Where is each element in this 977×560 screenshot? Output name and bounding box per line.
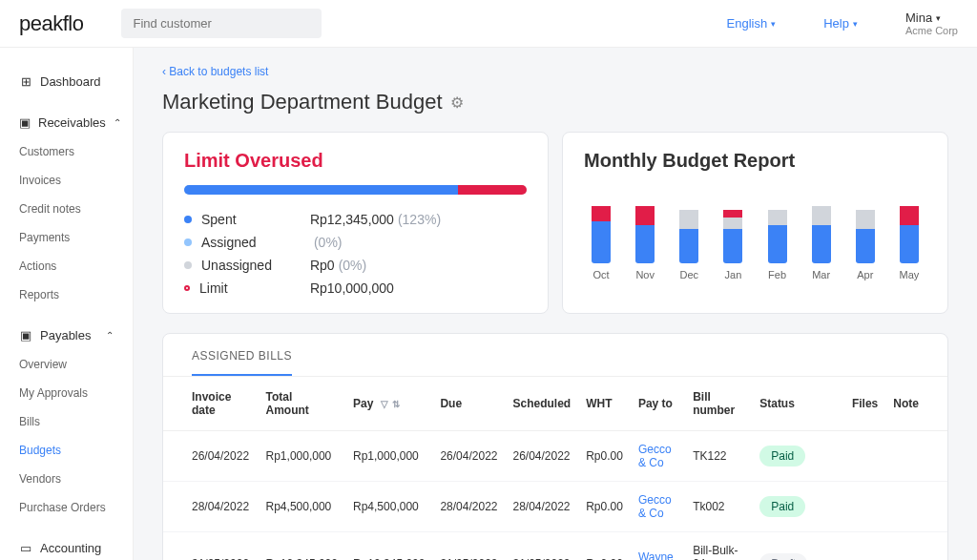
sidebar-item-invoices[interactable]: Invoices: [0, 166, 133, 195]
pay-to-link[interactable]: Gecco & Co: [631, 482, 685, 532]
table-row[interactable]: 28/04/2022Rp4,500,000Rp4,500,00028/04/20…: [163, 482, 947, 532]
chevron-up-icon: ⌃: [106, 330, 114, 341]
progress-over: [458, 185, 527, 195]
bar-col: Nov: [628, 187, 662, 280]
bar-label: Jan: [725, 269, 742, 280]
bar-seg: [900, 225, 919, 263]
bar-seg: [768, 225, 787, 263]
sidebar-item-customers[interactable]: Customers: [0, 137, 133, 166]
sidebar-item-payments[interactable]: Payments: [0, 223, 133, 252]
bar-seg: [679, 210, 698, 229]
th-pay-to[interactable]: Pay to: [631, 377, 685, 431]
th-files[interactable]: Files: [844, 377, 885, 431]
sidebar-item-purchase-orders[interactable]: Purchase Orders: [0, 493, 133, 522]
chevron-down-icon: ▾: [853, 19, 858, 29]
bar-col: Feb: [760, 187, 795, 280]
chart-card: Monthly Budget Report OctNovDecJanFebMar…: [562, 132, 948, 314]
chart-title: Monthly Budget Report: [584, 150, 926, 172]
sidebar-item-my-approvals[interactable]: My Approvals: [0, 379, 133, 407]
limit-card-title: Limit Overused: [184, 150, 527, 172]
th-bill-number[interactable]: Bill number: [685, 377, 752, 431]
language-selector[interactable]: English ▾: [727, 16, 777, 31]
limit-card: Limit Overused Spent Assigned Unassigned…: [162, 132, 549, 314]
language-label: English: [727, 16, 768, 31]
back-link[interactable]: ‹ Back to budgets list: [162, 65, 948, 78]
pay-to-link[interactable]: Gecco & Co: [631, 431, 685, 482]
bar-chart: OctNovDecJanFebMarAprMay: [584, 185, 926, 280]
chevron-down-icon: ▾: [936, 13, 941, 23]
sidebar-section-receivables[interactable]: ▣ Receivables ⌃: [0, 108, 133, 137]
bar-stack: [635, 187, 655, 263]
filter-icon: ▽: [381, 399, 388, 409]
chevron-up-icon: ⌃: [114, 117, 121, 128]
help-link[interactable]: Help ▾: [823, 16, 858, 31]
tab-assigned-bills[interactable]: ASSIGNED BILLS: [192, 349, 292, 376]
th-status[interactable]: Status: [752, 377, 844, 431]
bar-seg: [635, 206, 655, 225]
bar-stack: [592, 187, 611, 263]
bills-table: Invoice date Total Amount Pay ▽⇅ Due Sch…: [163, 377, 947, 560]
bar-label: Feb: [768, 269, 786, 280]
th-due[interactable]: Due: [432, 377, 505, 431]
th-total-amount[interactable]: Total Amount: [259, 377, 345, 431]
bar-col: Mar: [804, 187, 839, 280]
sidebar-item-budgets[interactable]: Budgets: [0, 436, 133, 465]
table-row[interactable]: 31/05/2022Rp12,345,000Rp12,345,00031/05/…: [163, 532, 947, 561]
sidebar-item-dashboard[interactable]: ⊞ Dashboard: [0, 67, 133, 96]
status-badge: Paid: [759, 446, 805, 467]
bar-seg: [723, 218, 742, 229]
bar-stack: [856, 187, 875, 263]
th-invoice-date[interactable]: Invoice date: [163, 377, 259, 431]
bar-label: Apr: [857, 269, 873, 280]
main-content: ‹ Back to budgets list Marketing Departm…: [134, 48, 977, 560]
bar-seg: [768, 210, 787, 225]
status-badge: Paid: [759, 496, 805, 517]
bar-seg: [856, 229, 875, 263]
progress-bar: [184, 185, 527, 195]
grid-icon: ⊞: [19, 75, 32, 89]
bar-seg: [900, 206, 919, 225]
bar-col: May: [892, 187, 926, 280]
table-row[interactable]: 26/04/2022Rp1,000,000Rp1,000,00026/04/20…: [163, 431, 947, 482]
bar-col: Dec: [672, 187, 706, 280]
page-title: Marketing Department Budget ⚙: [162, 90, 948, 114]
bar-label: May: [900, 269, 920, 280]
dot-icon: [184, 216, 192, 223]
th-pay[interactable]: Pay ▽⇅: [345, 377, 432, 431]
sidebar-item-overview[interactable]: Overview: [0, 350, 133, 379]
bar-seg: [856, 210, 875, 229]
user-menu[interactable]: Mina ▾ Acme Corp: [905, 10, 958, 36]
bar-col: Oct: [584, 187, 618, 280]
bar-seg: [592, 221, 611, 263]
dot-icon: [184, 239, 192, 246]
sidebar-item-actions[interactable]: Actions: [0, 252, 133, 280]
bar-seg: [723, 210, 742, 218]
status-badge: Draft: [759, 553, 807, 560]
pay-to-link[interactable]: Wayne PTE: [631, 532, 685, 561]
sidebar-item-vendors[interactable]: Vendors: [0, 465, 133, 493]
dot-icon: [184, 261, 192, 269]
sidebar-item-reports[interactable]: Reports: [0, 280, 133, 309]
bar-stack: [723, 187, 742, 263]
receivables-icon: ▣: [19, 116, 31, 130]
sidebar-item-credit-notes[interactable]: Credit notes: [0, 195, 133, 223]
bar-stack: [900, 187, 919, 263]
sidebar-section-payables[interactable]: ▣ Payables ⌃: [0, 321, 133, 350]
sidebar-item-accounting[interactable]: ▭ Accounting: [0, 533, 133, 560]
th-note[interactable]: Note: [885, 377, 947, 431]
bar-label: Oct: [593, 269, 610, 280]
payables-icon: ▣: [19, 329, 32, 342]
sidebar-item-bills[interactable]: Bills: [0, 407, 133, 436]
user-name-label: Mina: [905, 10, 932, 25]
bar-stack: [812, 187, 831, 263]
th-wht[interactable]: WHT: [578, 377, 631, 431]
bar-label: Mar: [812, 269, 830, 280]
user-org-label: Acme Corp: [905, 25, 958, 36]
gear-icon[interactable]: ⚙: [450, 93, 464, 112]
logo: peakflo: [19, 11, 83, 36]
ring-icon: [184, 285, 190, 291]
th-scheduled[interactable]: Scheduled: [505, 377, 578, 431]
search-input[interactable]: [121, 9, 322, 38]
bar-label: Dec: [680, 269, 699, 280]
bar-stack: [679, 187, 698, 263]
